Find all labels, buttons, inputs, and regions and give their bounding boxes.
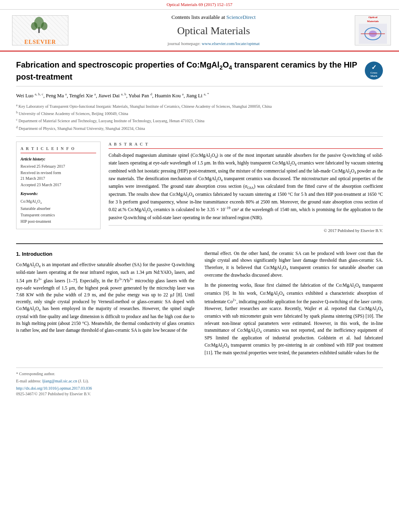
introduction-columns: 1. Introduction Co:MgAl2O4 is an importa… [16, 250, 383, 359]
keyword-4: HIP post-treatment [21, 218, 96, 225]
keyword-3: Transparent ceramics [21, 212, 96, 218]
copyright-notice: © 2017 Published by Elsevier B.V. [109, 225, 383, 234]
article-history-title: Article history: [21, 156, 96, 162]
crossmark-badge[interactable]: ✓ CrossMark [365, 62, 383, 80]
received-revised-date: Received in revised form21 March 2017 [21, 170, 96, 181]
email-line: E-mail address: ljiang@mail.sic.ac.cn (J… [16, 378, 383, 384]
intro-paragraph-left: Co:MgAl2O4 is an important and effective… [16, 261, 195, 334]
intro-paragraph-right-2: In the pioneering works, Iksue first cla… [205, 282, 383, 356]
cover-art-icon [359, 24, 387, 44]
received-date: Received 25 February 2017 [21, 164, 96, 169]
journal-mini-cover: Optical Materials [359, 16, 387, 45]
journal-cover-thumbnail: Optical Materials [355, 15, 391, 45]
svg-point-2 [31, 22, 37, 30]
paper-footer: * Corresponding author. E-mail address: … [16, 368, 383, 397]
doi-line: http://dx.doi.org/10.1016/j.optmat.2017.… [16, 386, 383, 391]
elsevier-logo: ELSEVIER [12, 15, 68, 45]
keywords-title: Keywords: [21, 191, 96, 197]
main-content: Fabrication and spectroscopic properties… [0, 51, 399, 405]
introduction-section: 1. Introduction Co:MgAl2O4 is an importa… [16, 243, 383, 359]
paper-title-section: Fabrication and spectroscopic properties… [16, 60, 383, 86]
svg-point-3 [41, 22, 47, 30]
journal-name: Optical Materials [72, 24, 355, 38]
corresponding-author-label: * Corresponding author. [16, 371, 383, 377]
keyword-2: Saturable absorber [21, 205, 96, 212]
journal-top-bar: Optical Materials 69 (2017) 152–157 [0, 0, 399, 10]
crossmark-label: ✓ CrossMark [370, 64, 377, 78]
affiliation-b: b University of Chinese Academy of Scien… [16, 110, 383, 117]
journal-citation: Optical Materials 69 (2017) 152–157 [167, 2, 232, 7]
issn-line: 0925-3467/© 2017 Published by Elsevier B… [16, 391, 383, 397]
elsevier-wordmark: ELSEVIER [24, 38, 56, 45]
abstract-paragraph: Cobalt-doped magnesium aluminate spinel … [109, 152, 383, 221]
affiliations-section: a Key Laboratory of Transparent Opto-fun… [16, 103, 383, 137]
journal-header-center: Contents lists available at ScienceDirec… [72, 14, 355, 47]
article-info-header: A R T I C L E I N F O [21, 146, 96, 153]
affiliation-d: d Department of Physics, Shanghai Normal… [16, 125, 383, 131]
keyword-1: Co:MgAl2O4 [21, 198, 96, 205]
intro-paragraph-right-1: thermal effect. On the other hand, the c… [205, 250, 383, 279]
science-direct-label: Contents lists available at ScienceDirec… [72, 14, 355, 21]
email-link[interactable]: ljiang@mail.sic.ac.cn [42, 379, 77, 383]
abstract-section: A B S T R A C T Cobalt-doped magnesium a… [109, 142, 383, 234]
accepted-date: Accepted 23 March 2017 [21, 182, 96, 188]
keywords-list: Co:MgAl2O4 Saturable absorber Transparen… [21, 198, 96, 225]
paper-title: Fabrication and spectroscopic properties… [16, 60, 359, 82]
article-info-column: A R T I C L E I N F O Article history: R… [16, 142, 101, 235]
affiliation-c: c Department of Material Science and Tec… [16, 117, 383, 124]
email-label: E-mail address: [16, 379, 41, 383]
journal-header: ELSEVIER Contents lists available at Sci… [0, 10, 399, 51]
affiliation-a: a Key Laboratory of Transparent Opto-fun… [16, 103, 383, 109]
journal-url[interactable]: www.elsevier.com/locate/optmat [202, 41, 259, 46]
article-body-columns: A R T I C L E I N F O Article history: R… [16, 142, 383, 235]
doi-link[interactable]: http://dx.doi.org/10.1016/j.optmat.2017.… [16, 386, 92, 390]
introduction-right: thermal effect. On the other hand, the c… [205, 250, 383, 359]
elsevier-tree-icon [24, 15, 56, 35]
section1-title: 1. Introduction [16, 250, 195, 258]
email-suffix: (J. Li). [78, 379, 89, 383]
abstract-text: Cobalt-doped magnesium aluminate spinel … [109, 152, 383, 221]
journal-homepage: journal homepage: www.elsevier.com/locat… [72, 41, 355, 47]
journal-logo-section: ELSEVIER [8, 15, 72, 45]
article-info-box: A R T I C L E I N F O Article history: R… [16, 142, 101, 229]
science-direct-link[interactable]: ScienceDirect [226, 14, 256, 20]
introduction-left: 1. Introduction Co:MgAl2O4 is an importa… [16, 250, 195, 359]
abstract-column: A B S T R A C T Cobalt-doped magnesium a… [109, 142, 383, 235]
abstract-header: A B S T R A C T [109, 142, 383, 149]
authors-section: Wei Luo a, b, c, Peng Ma a, Tengfei Xie … [16, 91, 383, 100]
